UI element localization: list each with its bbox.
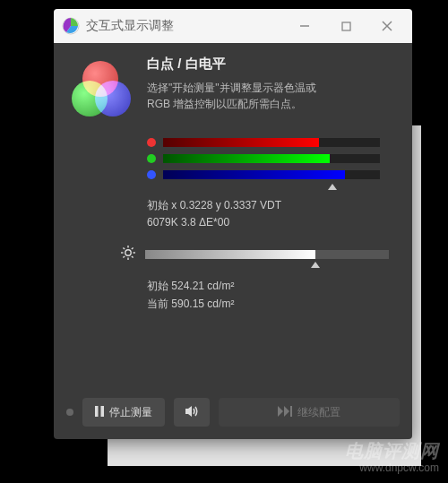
svg-rect-15: [101, 406, 105, 417]
close-button[interactable]: [369, 13, 405, 39]
colorimetry-readout: 初始 x 0.3228 y 0.3337 VDT 6079K 3.8 ΔE*00: [147, 197, 396, 231]
green-slider[interactable]: [147, 151, 380, 167]
dialog-window: 交互式显示调整 白点 / 白电平 选择"开始测量"并调整显示器色温或 RGB 增…: [54, 9, 412, 439]
section-title: 白点 / 白电平: [147, 56, 396, 73]
app-icon: [61, 16, 81, 36]
status-indicator-icon: [66, 409, 73, 416]
svg-line-10: [123, 248, 125, 250]
svg-rect-14: [95, 406, 99, 417]
rgb-venn-icon: [70, 59, 133, 122]
titlebar[interactable]: 交互式显示调整: [54, 9, 412, 43]
red-dot-icon: [147, 138, 156, 147]
stop-measure-button[interactable]: 停止测量: [82, 398, 165, 427]
svg-point-5: [125, 250, 131, 255]
content-area: 白点 / 白电平 选择"开始测量"并调整显示器色温或 RGB 增益控制以匹配所需…: [54, 43, 412, 325]
skip-forward-icon: [278, 406, 292, 419]
window-title: 交互式显示调整: [86, 18, 281, 34]
maximize-button[interactable]: [328, 13, 364, 39]
svg-rect-2: [342, 22, 350, 30]
continue-button[interactable]: 继续配置: [219, 398, 400, 427]
target-pointer-icon: [328, 184, 337, 190]
watermark: 电脑评测网 www.dnpcw.com: [345, 440, 439, 474]
luminance-readout: 初始 524.21 cd/m² 当前 590.15 cd/m²: [147, 278, 396, 312]
speaker-icon: [185, 405, 199, 420]
blue-slider[interactable]: [147, 167, 380, 183]
svg-rect-16: [290, 406, 292, 417]
pause-icon: [95, 406, 104, 419]
blue-dot-icon: [147, 170, 156, 179]
svg-line-13: [132, 248, 134, 250]
svg-line-11: [132, 256, 134, 258]
sound-button[interactable]: [174, 398, 210, 427]
minimize-button[interactable]: [287, 13, 323, 39]
brightness-pointer-icon: [311, 262, 320, 268]
rgb-sliders: [147, 134, 380, 183]
button-bar: 停止测量 继续配置: [66, 398, 400, 427]
brightness-icon: [120, 245, 136, 264]
svg-line-12: [123, 256, 125, 258]
green-dot-icon: [147, 154, 156, 163]
red-slider[interactable]: [147, 134, 380, 151]
brightness-slider[interactable]: [120, 244, 389, 265]
section-description: 选择"开始测量"并调整显示器色温或 RGB 增益控制以匹配所需白点。: [147, 80, 396, 112]
